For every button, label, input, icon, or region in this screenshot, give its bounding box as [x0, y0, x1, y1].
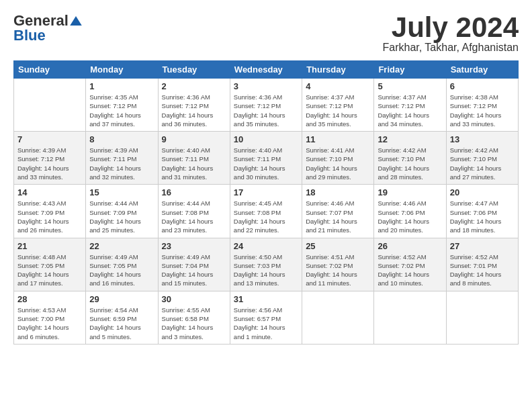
day-number: 16 [162, 187, 226, 197]
day-info: Sunrise: 4:50 AM Sunset: 7:03 PM Dayligh… [234, 253, 298, 288]
calendar-cell: 12Sunrise: 4:42 AM Sunset: 7:10 PM Dayli… [374, 132, 446, 185]
day-number: 28 [17, 294, 82, 304]
calendar-cell: 19Sunrise: 4:46 AM Sunset: 7:06 PM Dayli… [374, 185, 446, 238]
calendar-cell: 23Sunrise: 4:49 AM Sunset: 7:04 PM Dayli… [158, 238, 230, 291]
day-number: 22 [89, 241, 154, 251]
calendar-week-row: 28Sunrise: 4:53 AM Sunset: 7:00 PM Dayli… [14, 291, 519, 344]
weekday-header-wednesday: Wednesday [230, 61, 302, 79]
day-number: 24 [234, 241, 298, 251]
day-number: 13 [450, 134, 515, 144]
day-number: 30 [162, 294, 226, 304]
calendar-cell: 27Sunrise: 4:52 AM Sunset: 7:01 PM Dayli… [446, 238, 518, 291]
day-number: 7 [17, 134, 82, 144]
day-number: 8 [89, 134, 154, 144]
day-number: 31 [234, 294, 298, 304]
calendar-cell: 13Sunrise: 4:42 AM Sunset: 7:10 PM Dayli… [446, 132, 518, 185]
day-info: Sunrise: 4:40 AM Sunset: 7:11 PM Dayligh… [234, 146, 298, 181]
calendar-cell: 4Sunrise: 4:37 AM Sunset: 7:12 PM Daylig… [302, 79, 374, 132]
day-number: 15 [89, 187, 154, 197]
day-number: 29 [89, 294, 154, 304]
day-number: 4 [306, 81, 370, 91]
weekday-header-thursday: Thursday [302, 61, 374, 79]
location-subtitle: Farkhar, Takhar, Afghanistan [383, 42, 519, 54]
calendar-cell [14, 79, 86, 132]
logo: General Blue [13, 13, 82, 43]
day-number: 9 [162, 134, 226, 144]
calendar-cell: 29Sunrise: 4:54 AM Sunset: 6:59 PM Dayli… [86, 291, 158, 344]
day-number: 17 [234, 187, 298, 197]
day-info: Sunrise: 4:56 AM Sunset: 6:57 PM Dayligh… [234, 306, 298, 341]
calendar-table: SundayMondayTuesdayWednesdayThursdayFrid… [13, 60, 519, 345]
page-header: General Blue July 2024 Farkhar, Takhar, … [13, 13, 519, 54]
day-info: Sunrise: 4:38 AM Sunset: 7:12 PM Dayligh… [450, 93, 515, 128]
logo-icon [70, 16, 82, 26]
calendar-cell: 9Sunrise: 4:40 AM Sunset: 7:11 PM Daylig… [158, 132, 230, 185]
day-info: Sunrise: 4:49 AM Sunset: 7:05 PM Dayligh… [89, 253, 154, 288]
day-info: Sunrise: 4:39 AM Sunset: 7:11 PM Dayligh… [89, 146, 154, 181]
day-info: Sunrise: 4:37 AM Sunset: 7:12 PM Dayligh… [378, 93, 442, 128]
day-number: 23 [162, 241, 226, 251]
day-info: Sunrise: 4:49 AM Sunset: 7:04 PM Dayligh… [162, 253, 226, 288]
calendar-week-row: 21Sunrise: 4:48 AM Sunset: 7:05 PM Dayli… [14, 238, 519, 291]
calendar-cell [374, 291, 446, 344]
day-info: Sunrise: 4:37 AM Sunset: 7:12 PM Dayligh… [306, 93, 370, 128]
day-number: 6 [450, 81, 515, 91]
day-info: Sunrise: 4:46 AM Sunset: 7:06 PM Dayligh… [378, 199, 442, 234]
day-info: Sunrise: 4:39 AM Sunset: 7:12 PM Dayligh… [17, 146, 82, 181]
svg-marker-0 [70, 16, 82, 26]
calendar-cell: 8Sunrise: 4:39 AM Sunset: 7:11 PM Daylig… [86, 132, 158, 185]
calendar-week-row: 7Sunrise: 4:39 AM Sunset: 7:12 PM Daylig… [14, 132, 519, 185]
calendar-cell: 3Sunrise: 4:36 AM Sunset: 7:12 PM Daylig… [230, 79, 302, 132]
day-number: 12 [378, 134, 442, 144]
calendar-cell: 26Sunrise: 4:52 AM Sunset: 7:02 PM Dayli… [374, 238, 446, 291]
day-info: Sunrise: 4:36 AM Sunset: 7:12 PM Dayligh… [162, 93, 226, 128]
day-number: 14 [17, 187, 82, 197]
day-info: Sunrise: 4:45 AM Sunset: 7:08 PM Dayligh… [234, 199, 298, 234]
calendar-header-row: SundayMondayTuesdayWednesdayThursdayFrid… [14, 61, 519, 79]
day-info: Sunrise: 4:51 AM Sunset: 7:02 PM Dayligh… [306, 253, 370, 288]
calendar-week-row: 1Sunrise: 4:35 AM Sunset: 7:12 PM Daylig… [14, 79, 519, 132]
calendar-cell: 17Sunrise: 4:45 AM Sunset: 7:08 PM Dayli… [230, 185, 302, 238]
day-info: Sunrise: 4:52 AM Sunset: 7:02 PM Dayligh… [378, 253, 442, 288]
calendar-cell: 2Sunrise: 4:36 AM Sunset: 7:12 PM Daylig… [158, 79, 230, 132]
day-info: Sunrise: 4:48 AM Sunset: 7:05 PM Dayligh… [17, 253, 82, 288]
day-info: Sunrise: 4:42 AM Sunset: 7:10 PM Dayligh… [450, 146, 515, 181]
weekday-header-friday: Friday [374, 61, 446, 79]
day-info: Sunrise: 4:43 AM Sunset: 7:09 PM Dayligh… [17, 199, 82, 234]
calendar-cell: 16Sunrise: 4:44 AM Sunset: 7:08 PM Dayli… [158, 185, 230, 238]
day-info: Sunrise: 4:46 AM Sunset: 7:07 PM Dayligh… [306, 199, 370, 234]
day-number: 21 [17, 241, 82, 251]
logo-general-text: General [13, 13, 69, 28]
day-number: 11 [306, 134, 370, 144]
weekday-header-tuesday: Tuesday [158, 61, 230, 79]
calendar-cell: 22Sunrise: 4:49 AM Sunset: 7:05 PM Dayli… [86, 238, 158, 291]
weekday-header-monday: Monday [86, 61, 158, 79]
calendar-cell: 6Sunrise: 4:38 AM Sunset: 7:12 PM Daylig… [446, 79, 518, 132]
calendar-cell: 31Sunrise: 4:56 AM Sunset: 6:57 PM Dayli… [230, 291, 302, 344]
calendar-cell: 14Sunrise: 4:43 AM Sunset: 7:09 PM Dayli… [14, 185, 86, 238]
weekday-header-saturday: Saturday [446, 61, 518, 79]
calendar-cell: 15Sunrise: 4:44 AM Sunset: 7:09 PM Dayli… [86, 185, 158, 238]
day-info: Sunrise: 4:40 AM Sunset: 7:11 PM Dayligh… [162, 146, 226, 181]
calendar-cell: 5Sunrise: 4:37 AM Sunset: 7:12 PM Daylig… [374, 79, 446, 132]
month-title: July 2024 [383, 13, 519, 42]
day-info: Sunrise: 4:55 AM Sunset: 6:58 PM Dayligh… [162, 306, 226, 341]
day-info: Sunrise: 4:53 AM Sunset: 7:00 PM Dayligh… [17, 306, 82, 341]
calendar-cell: 20Sunrise: 4:47 AM Sunset: 7:06 PM Dayli… [446, 185, 518, 238]
day-number: 3 [234, 81, 298, 91]
weekday-header-sunday: Sunday [14, 61, 86, 79]
calendar-cell: 24Sunrise: 4:50 AM Sunset: 7:03 PM Dayli… [230, 238, 302, 291]
day-info: Sunrise: 4:54 AM Sunset: 6:59 PM Dayligh… [89, 306, 154, 341]
calendar-cell: 28Sunrise: 4:53 AM Sunset: 7:00 PM Dayli… [14, 291, 86, 344]
calendar-cell: 11Sunrise: 4:41 AM Sunset: 7:10 PM Dayli… [302, 132, 374, 185]
day-number: 20 [450, 187, 515, 197]
day-number: 2 [162, 81, 226, 91]
day-info: Sunrise: 4:42 AM Sunset: 7:10 PM Dayligh… [378, 146, 442, 181]
day-info: Sunrise: 4:44 AM Sunset: 7:09 PM Dayligh… [89, 199, 154, 234]
title-block: July 2024 Farkhar, Takhar, Afghanistan [383, 13, 519, 54]
day-number: 1 [89, 81, 154, 91]
calendar-cell: 1Sunrise: 4:35 AM Sunset: 7:12 PM Daylig… [86, 79, 158, 132]
day-info: Sunrise: 4:44 AM Sunset: 7:08 PM Dayligh… [162, 199, 226, 234]
calendar-cell [302, 291, 374, 344]
calendar-cell: 30Sunrise: 4:55 AM Sunset: 6:58 PM Dayli… [158, 291, 230, 344]
